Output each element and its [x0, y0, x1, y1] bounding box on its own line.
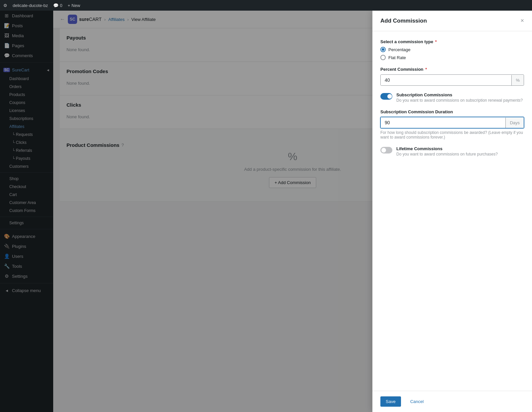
- flat-rate-label: Flat Rate: [388, 55, 406, 60]
- wp-logo: ⚙: [3, 3, 7, 8]
- radio-percentage[interactable]: Percentage: [380, 47, 524, 52]
- lifetime-toggle[interactable]: [380, 147, 392, 154]
- toggle-knob: [387, 94, 392, 99]
- lifetime-toggle-desc: Do you want to award commissions on futu…: [396, 152, 498, 156]
- subscription-toggle-text: Subscription Commissions Do you want to …: [396, 92, 523, 103]
- percent-commission-label: Percent Commission *: [380, 67, 524, 72]
- subscription-toggle-title: Subscription Commissions: [396, 92, 523, 97]
- modal-title: Add Commission: [380, 18, 427, 24]
- subscription-toggle-desc: Do you want to award commissions on subs…: [396, 98, 523, 103]
- flat-rate-radio-input[interactable]: [380, 55, 386, 60]
- lifetime-toggle-row: Lifetime Commissions Do you want to awar…: [380, 146, 524, 156]
- commission-type-label: Select a commission type *: [380, 39, 524, 44]
- subscription-toggle-row: Subscription Commissions Do you want to …: [380, 92, 524, 103]
- duration-group: Subscription Commission Duration Days Fo…: [380, 109, 524, 140]
- modal-panel: Add Commission × Select a commission typ…: [372, 11, 532, 412]
- commission-type-radios: Percentage Flat Rate: [380, 47, 524, 60]
- commission-type-group: Select a commission type * Percentage Fl…: [380, 39, 524, 60]
- save-button[interactable]: Save: [380, 396, 401, 407]
- duration-hint: For how long should subscription commiss…: [380, 130, 524, 140]
- duration-input[interactable]: [381, 117, 505, 128]
- new-button[interactable]: + New: [67, 3, 80, 8]
- required-marker: *: [435, 39, 437, 44]
- percent-suffix: %: [511, 75, 524, 85]
- subscription-toggle[interactable]: [380, 93, 392, 100]
- lifetime-toggle-text: Lifetime Commissions Do you want to awar…: [396, 146, 498, 156]
- percentage-radio-input[interactable]: [380, 47, 386, 52]
- radio-flat-rate[interactable]: Flat Rate: [380, 55, 524, 60]
- comments-count[interactable]: 💬 0: [53, 3, 62, 8]
- modal-footer: Save Cancel: [372, 391, 532, 412]
- percent-commission-group: Percent Commission * %: [380, 67, 524, 86]
- lifetime-toggle-title: Lifetime Commissions: [396, 146, 498, 151]
- modal-body: Select a commission type * Percentage Fl…: [372, 31, 532, 391]
- modal-close-button[interactable]: ×: [520, 17, 524, 24]
- duration-label: Subscription Commission Duration: [380, 109, 524, 114]
- site-name[interactable]: delicate-ducote-bz: [13, 3, 48, 8]
- required-marker-2: *: [425, 67, 427, 72]
- admin-bar: ⚙ delicate-ducote-bz 💬 0 + New: [0, 0, 532, 11]
- modal-header: Add Commission ×: [372, 11, 532, 31]
- cancel-button[interactable]: Cancel: [405, 396, 429, 407]
- percent-commission-input[interactable]: [381, 75, 511, 85]
- duration-suffix: Days: [505, 118, 524, 128]
- percent-commission-input-wrapper: %: [380, 74, 524, 86]
- percentage-label: Percentage: [388, 47, 411, 52]
- duration-input-wrapper: Days: [380, 117, 524, 128]
- lifetime-toggle-knob: [381, 148, 386, 153]
